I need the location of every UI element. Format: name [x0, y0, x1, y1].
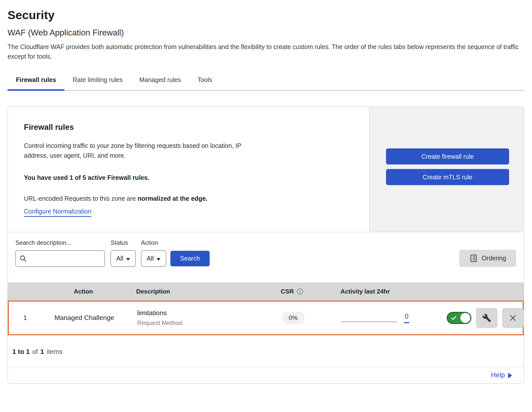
rule-description: limitations — [137, 309, 253, 317]
firewall-rule-row: 1 Managed Challenge limitations Request … — [8, 301, 524, 335]
close-icon — [508, 313, 517, 322]
status-label: Status — [110, 239, 136, 246]
wrench-icon — [482, 313, 491, 322]
status-select[interactable]: All — [110, 250, 136, 267]
tab-label: Firewall rules — [16, 76, 56, 83]
help-row: Help — [8, 367, 524, 383]
toggle-knob — [460, 313, 470, 323]
rule-expression: Request Method — [137, 319, 253, 326]
search-box — [15, 250, 105, 267]
csr-badge: 0% — [282, 312, 305, 324]
arrow-right-icon — [508, 373, 512, 378]
table-header: Action Description CSR Activity last 24h… — [8, 282, 524, 301]
items-range: 1 to 1 — [12, 348, 30, 356]
activity-sparkline — [341, 321, 397, 322]
column-header-activity: Activity last 24hr — [332, 288, 446, 295]
action-select[interactable]: All — [141, 250, 166, 267]
action-value: All — [147, 255, 154, 262]
csr-header-label: CSR — [281, 288, 294, 295]
search-label: Search description... — [15, 239, 105, 246]
ordering-label: Ordering — [482, 255, 506, 262]
delete-rule-button[interactable] — [502, 308, 524, 328]
chevron-down-icon — [126, 258, 130, 261]
panel-heading: Firewall rules — [24, 123, 353, 132]
security-waf-page: Security WAF (Web Application Firewall) … — [0, 0, 532, 384]
tab-rate-limiting-rules[interactable]: Rate limiting rules — [64, 72, 131, 90]
action-label: Action — [141, 239, 166, 246]
tab-label: Managed rules — [139, 76, 181, 83]
tab-managed-rules[interactable]: Managed rules — [131, 72, 189, 90]
firewall-rules-container: Firewall rules Control incoming traffic … — [8, 106, 524, 384]
rule-activity-cell: 0 — [333, 313, 447, 323]
column-header-description: Description — [126, 288, 252, 295]
column-header-action: Action — [41, 288, 126, 295]
search-input[interactable] — [29, 255, 101, 262]
tab-firewall-rules[interactable]: Firewall rules — [8, 72, 64, 90]
rule-csr-cell: 0% — [253, 312, 333, 324]
tab-label: Rate limiting rules — [73, 76, 123, 83]
filters-bar: Search description... Status All — [8, 232, 524, 276]
normalization-prefix: URL-encoded Requests to this zone are — [24, 195, 138, 202]
activity-count-link[interactable]: 0 — [404, 313, 409, 323]
search-icon — [19, 255, 27, 262]
page-description: The Cloudflare WAF provides both automat… — [8, 42, 523, 61]
status-filter-group: Status All — [110, 239, 136, 267]
column-header-csr: CSR — [252, 288, 332, 295]
tab-tools[interactable]: Tools — [189, 72, 220, 90]
check-icon — [450, 315, 457, 321]
tab-label: Tools — [198, 76, 212, 83]
info-icon[interactable] — [296, 288, 303, 295]
items-total: 1 — [40, 348, 44, 356]
rule-priority: 1 — [9, 314, 42, 322]
rule-action: Managed Challenge — [42, 314, 127, 322]
edit-rule-button[interactable] — [476, 308, 498, 328]
items-word: items — [47, 348, 62, 356]
ordering-list-icon — [469, 254, 478, 263]
action-filter-group: Action All — [141, 239, 166, 267]
waf-tabs: Firewall rules Rate limiting rules Manag… — [8, 72, 524, 91]
normalization-note: URL-encoded Requests to this zone are no… — [24, 195, 353, 202]
pagination-summary: 1 to 1 of 1 items — [8, 335, 524, 367]
status-value: All — [116, 255, 123, 262]
search-filter-group: Search description... — [15, 239, 105, 267]
configure-normalization-link[interactable]: Configure Normalization — [24, 208, 91, 217]
panel-description: Control incoming traffic to your zone by… — [24, 141, 265, 160]
create-mtls-rule-button[interactable]: Create mTLS rule — [386, 169, 509, 185]
help-link[interactable]: Help — [491, 371, 512, 379]
items-of: of — [32, 348, 38, 356]
help-label: Help — [491, 371, 505, 379]
rule-enabled-toggle[interactable] — [447, 312, 471, 324]
rule-description-cell: limitations Request Method — [127, 309, 253, 326]
panel-info: Firewall rules Control incoming traffic … — [8, 107, 369, 232]
ordering-button[interactable]: Ordering — [459, 250, 516, 267]
rule-controls — [447, 308, 524, 328]
firewall-rules-panel: Firewall rules Control incoming traffic … — [8, 107, 524, 232]
page-subtitle: WAF (Web Application Firewall) — [8, 28, 524, 37]
normalization-bold: normalized at the edge. — [138, 195, 208, 202]
search-button[interactable]: Search — [170, 251, 210, 266]
panel-actions-aside: Create firewall rule Create mTLS rule — [369, 107, 524, 232]
usage-summary: You have used 1 of 5 active Firewall rul… — [24, 174, 353, 181]
page-title: Security — [8, 8, 524, 22]
chevron-down-icon — [157, 258, 161, 261]
create-firewall-rule-button[interactable]: Create firewall rule — [386, 148, 509, 164]
